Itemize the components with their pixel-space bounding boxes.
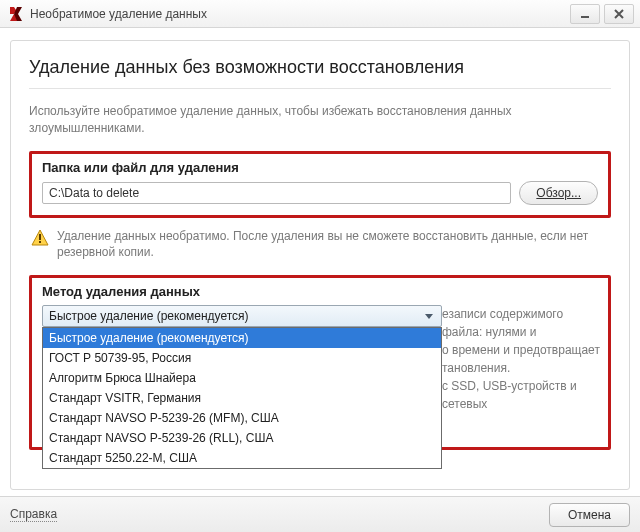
browse-button[interactable]: Обзор... [519, 181, 598, 205]
page-title: Удаление данных без возможности восстано… [29, 57, 611, 78]
help-link[interactable]: Справка [10, 507, 57, 522]
window-title: Необратимое удаление данных [30, 7, 566, 21]
method-select[interactable]: Быстрое удаление (рекомендуется) [42, 305, 442, 327]
titlebar: Необратимое удаление данных [0, 0, 640, 28]
method-select-value: Быстрое удаление (рекомендуется) [49, 309, 249, 323]
warning-row: Удаление данных необратимо. После удален… [31, 228, 609, 262]
svg-rect-4 [39, 234, 41, 240]
divider [29, 88, 611, 89]
warning-text: Удаление данных необратимо. После удален… [57, 228, 609, 262]
method-option[interactable]: Быстрое удаление (рекомендуется) [43, 328, 441, 348]
svg-rect-5 [39, 241, 41, 243]
path-input[interactable] [42, 182, 511, 204]
method-option[interactable]: Стандарт VSITR, Германия [43, 388, 441, 408]
app-icon [8, 6, 24, 22]
method-group: Метод удаления данных Быстрое удаление (… [29, 275, 611, 450]
method-description: езаписи содержимого файла: нулями и о вр… [442, 305, 612, 413]
svg-rect-2 [581, 16, 589, 18]
method-group-title: Метод удаления данных [42, 284, 598, 299]
svg-marker-6 [425, 314, 433, 319]
method-option[interactable]: Стандарт NAVSO P-5239-26 (MFM), США [43, 408, 441, 428]
method-option[interactable]: Стандарт NAVSO P-5239-26 (RLL), США [43, 428, 441, 448]
method-dropdown[interactable]: Быстрое удаление (рекомендуется)ГОСТ Р 5… [42, 327, 442, 469]
cancel-button[interactable]: Отмена [549, 503, 630, 527]
method-option[interactable]: ГОСТ Р 50739-95, Россия [43, 348, 441, 368]
folder-group-title: Папка или файл для удаления [42, 160, 598, 175]
method-option[interactable]: Стандарт 5250.22-M, США [43, 448, 441, 468]
intro-text: Используйте необратимое удаление данных,… [29, 103, 611, 137]
warning-icon [31, 229, 49, 247]
footer: Справка Отмена [0, 496, 640, 532]
minimize-button[interactable] [570, 4, 600, 24]
method-option[interactable]: Алгоритм Брюса Шнайера [43, 368, 441, 388]
main-panel: Удаление данных без возможности восстано… [10, 40, 630, 490]
folder-group: Папка или файл для удаления Обзор... [29, 151, 611, 218]
chevron-down-icon [421, 308, 437, 324]
close-button[interactable] [604, 4, 634, 24]
